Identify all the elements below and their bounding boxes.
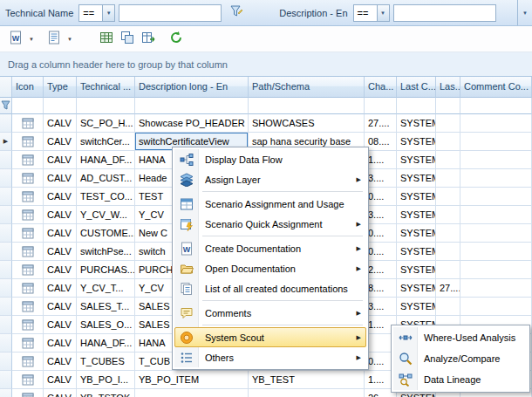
filter-cell-technical[interactable] [77,98,135,114]
chevron-down-icon[interactable]: ▼ [377,5,389,21]
filter-cell-last_changed_by[interactable] [397,98,436,114]
cell-description[interactable]: Showcase PO_HEADER [135,114,249,133]
cell-technical[interactable]: switchPse... [77,243,135,261]
cell-last_changed_by[interactable]: SYSTEM [397,114,436,133]
cell-technical[interactable]: AD_CUST... [77,169,135,188]
menu-item-system-scout[interactable]: System Scout▶ [174,327,366,347]
cell-comment[interactable] [460,261,532,279]
cell-technical[interactable]: HANA_DF... [77,151,135,169]
cell-technical[interactable]: HANA_DF... [77,334,135,353]
cell-last_changed_by[interactable]: SYSTEM [397,224,436,243]
filter-overflow-button[interactable]: ▼ [517,0,532,25]
cell-changed[interactable]: 27.... [365,114,397,133]
menu-item-create-documentation[interactable]: WCreate Documentation▶ [174,238,366,258]
cell-changed[interactable]: 8.... [365,279,397,298]
cell-comment[interactable] [460,151,532,169]
cell-changed[interactable]: 0.... [365,224,397,243]
column-header-comment[interactable]: Comment Co... [460,77,532,98]
column-header-type[interactable]: Type [44,77,77,98]
cell-technical[interactable]: TEST_CO... [77,188,135,206]
cell-changed[interactable]: 1.... [365,151,397,169]
cell-type[interactable]: CALV [44,261,77,279]
group-by-panel[interactable]: Drag a column header here to group by th… [0,52,532,77]
filter-cell-path[interactable] [249,98,365,114]
cell-technical[interactable]: Y_CV_W... [77,206,135,224]
cell-type[interactable]: CALV [44,298,77,316]
cell-comment[interactable] [460,133,532,151]
cell-las[interactable] [436,206,460,224]
cell-technical[interactable]: Y_CV_T... [77,279,135,298]
cell-last_changed_by[interactable]: SYSTEM [397,261,436,279]
table-row[interactable]: CALVSC_PO_H...Showcase PO_HEADERSHOWCASE… [0,114,532,133]
cell-type[interactable]: CALV [44,389,77,397]
export-grid-button[interactable] [138,29,159,50]
cell-las[interactable] [436,133,460,151]
cell-path[interactable]: SHOWCASES [249,114,365,133]
cell-path[interactable] [249,389,365,397]
column-header-technical[interactable]: Technical ... [77,77,135,98]
create-word-doc-dropdown[interactable]: ▼ [26,29,37,50]
technical-name-filter-input[interactable] [119,4,222,22]
cell-changed[interactable]: 0.... [365,243,397,261]
cell-last_changed_by[interactable]: SYSTEM [397,133,436,151]
cell-type[interactable]: CALV [44,114,77,133]
menu-item-scenario-assignment-and-usage[interactable]: Scenario Assignment and Usage [174,194,366,214]
menu-item-where-used-analysis[interactable]: Where-Used Analysis [393,327,528,348]
filter-cell-changed[interactable] [365,98,397,114]
cell-las[interactable] [436,224,460,243]
description-filter-input[interactable] [393,4,496,22]
cell-las[interactable]: 27.... [436,279,460,298]
filter-builder-button[interactable] [225,3,248,23]
column-header-icon[interactable]: Icon [12,77,44,98]
filter-cell-type[interactable] [44,98,77,114]
cell-type[interactable]: CALV [44,169,77,188]
cell-type[interactable]: CALV [44,279,77,298]
column-header-last_changed_by[interactable]: Last C... [397,77,436,98]
cell-changed[interactable]: 2.... [365,261,397,279]
cell-last_changed_by[interactable]: SYSTEM [397,279,436,298]
cell-type[interactable]: CALV [44,206,77,224]
cell-last_changed_by[interactable]: SYSTEM [397,206,436,224]
cell-changed[interactable]: 3.... [365,169,397,188]
cell-comment[interactable] [460,243,532,261]
cell-technical[interactable]: YB_PO_I... [77,371,135,389]
cell-last_changed_by[interactable]: SYSTEM [397,169,436,188]
cell-technical[interactable]: SALES_T... [77,298,135,316]
open-doc-dropdown[interactable]: ▼ [65,29,75,50]
cell-technical[interactable]: switchCer... [77,133,135,151]
menu-item-open-documentation[interactable]: Open Documentation▶ [174,258,366,278]
cell-technical[interactable]: SC_PO_H... [77,114,135,133]
menu-item-analyze-compare[interactable]: Analyze/Compare [393,348,528,369]
menu-item-list-of-all-created-documentations[interactable]: List of all created documentations [174,278,366,298]
export-excel-button[interactable] [96,29,117,50]
column-header-changed[interactable]: Cha... [365,77,397,98]
cell-comment[interactable] [460,188,532,206]
filter-cell-icon[interactable] [12,98,44,114]
cell-description[interactable] [135,389,249,397]
description-operator-combo[interactable]: == ▼ [353,4,390,22]
cell-type[interactable]: CALV [44,334,77,353]
cell-changed[interactable]: 3.... [365,298,397,316]
cell-last_changed_by[interactable]: SYSTEM [397,188,436,206]
cell-las[interactable] [436,261,460,279]
menu-item-display-data-flow[interactable]: Display Data Flow [174,149,366,169]
filter-cell-description[interactable] [135,98,249,114]
cell-type[interactable]: CALV [44,316,77,334]
cell-technical[interactable]: YB_TSTOK... [77,389,135,397]
cell-type[interactable]: CALV [44,133,77,151]
cell-comment[interactable] [460,114,532,133]
cell-changed[interactable]: 0.... [365,188,397,206]
cell-description[interactable]: YB_PO_ITEM [135,371,249,389]
cell-las[interactable] [436,114,460,133]
create-word-doc-button[interactable]: W [5,29,26,50]
cell-type[interactable]: CALV [44,243,77,261]
menu-item-assign-layer[interactable]: Assign Layer▶ [174,169,366,189]
column-header-description[interactable]: Description long - En [135,77,249,98]
cell-las[interactable] [436,188,460,206]
column-header-path[interactable]: Path/Schema [249,77,365,98]
cell-comment[interactable] [460,224,532,243]
column-header-las[interactable]: Las... [436,77,460,98]
cell-last_changed_by[interactable]: SYSTEM [397,298,436,316]
technical-name-operator-combo[interactable]: == ▼ [78,4,115,22]
cell-comment[interactable] [460,298,532,316]
